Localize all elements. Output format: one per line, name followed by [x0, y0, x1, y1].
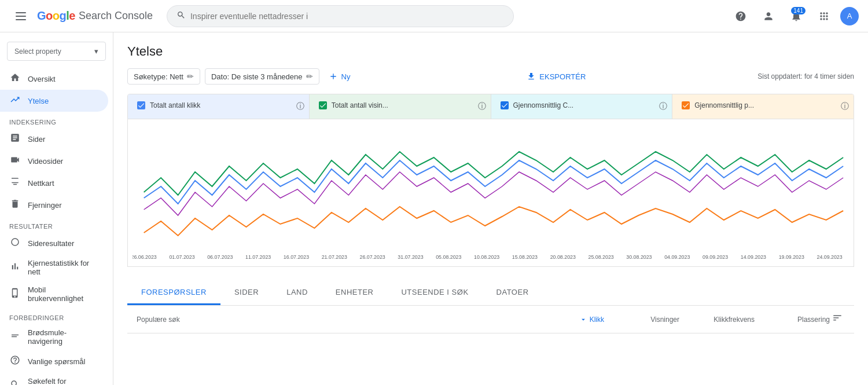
date-filter[interactable]: Dato: De siste 3 månedene ✏ [205, 68, 319, 85]
svg-text:24.09.2023: 24.09.2023 [817, 254, 843, 260]
sitemap-icon [9, 177, 21, 189]
legend-card-position[interactable]: Gjennomsnittlig p... ⓘ [672, 94, 854, 119]
svg-text:16.07.2023: 16.07.2023 [284, 254, 309, 260]
sidebar-label-vanlige: Vanlige spørsmål [28, 357, 85, 366]
tab-land[interactable]: LAND [273, 281, 322, 305]
svg-text:10.08.2023: 10.08.2023 [474, 254, 499, 260]
header-actions: 141 A [729, 5, 859, 28]
svg-text:09.09.2023: 09.09.2023 [703, 254, 728, 260]
avatar[interactable]: A [840, 7, 859, 25]
sidebar-item-nettkart[interactable]: Nettkart [0, 172, 108, 194]
svg-point-3 [12, 239, 19, 245]
sidebar-item-brodsmule[interactable]: Brødsmule-navigering [0, 324, 108, 350]
ctr-legend-label: Gjennomsnittlig C... [513, 101, 574, 109]
breadcrumb-icon [9, 331, 21, 343]
app-name-label: Search Console [79, 10, 153, 22]
svg-text:19.09.2023: 19.09.2023 [779, 254, 804, 260]
main-content: Ytelse Søketype: Nett ✏ Dato: De siste 3… [113, 32, 868, 385]
svg-text:05.08.2023: 05.08.2023 [436, 254, 461, 260]
clicks-info-icon[interactable]: ⓘ [296, 101, 304, 112]
page-title: Ytelse [127, 44, 854, 59]
position-checkbox[interactable] [682, 101, 690, 109]
col-impressions-label: Visninger [650, 316, 679, 324]
clicks-checkbox[interactable] [137, 101, 145, 109]
legend-cards: Totalt antall klikk ⓘ Totalt antall visi… [127, 94, 854, 119]
sidebar-section-indeksering: Indeksering [0, 112, 113, 128]
sidebar-label-videosider: Videosider [28, 157, 63, 166]
sidebar-label-fjerninger: Fjerninger [28, 201, 62, 210]
col-query-header[interactable]: Populære søk [137, 316, 529, 324]
legend-card-ctr[interactable]: Gjennomsnittlig C... ⓘ [491, 94, 673, 119]
tab-sider[interactable]: SIDER [220, 281, 273, 305]
col-clicks-header[interactable]: Klikk [529, 316, 604, 324]
chart-area: 26.06.2023 01.07.2023 06.07.2023 11.07.2… [127, 119, 854, 267]
search-bar [167, 5, 514, 27]
chevron-down-icon: ▾ [94, 47, 98, 56]
sidebar-item-sokefelt[interactable]: Søkefelt for nettstedslink [0, 372, 108, 385]
date-label: Dato: De siste 3 månedene [211, 72, 303, 81]
col-impressions-header[interactable]: Visninger [604, 316, 679, 324]
sidebar-item-sider[interactable]: Sider [0, 128, 108, 150]
tab-enheter[interactable]: ENHETER [322, 281, 388, 305]
data-tabs: FORESPØRSLER SIDER LAND ENHETER UTSEENDE… [127, 281, 854, 306]
ctr-info-icon[interactable]: ⓘ [659, 101, 667, 112]
search-type-filter[interactable]: Søketype: Nett ✏ [127, 68, 200, 85]
tab-utseende[interactable]: UTSEENDE I SØK [387, 281, 482, 305]
notifications-button[interactable]: 141 [785, 5, 808, 28]
svg-text:20.08.2023: 20.08.2023 [550, 254, 576, 260]
col-ctr-label: Klikk­frekvens [713, 316, 755, 324]
table-settings-button[interactable] [830, 310, 845, 328]
bar-chart-icon [9, 261, 21, 274]
pages-icon [9, 133, 21, 145]
sidebar-item-videosider[interactable]: Videosider [0, 150, 108, 172]
menu-button[interactable] [9, 5, 32, 28]
impressions-checkbox[interactable] [319, 101, 327, 109]
legend-card-clicks[interactable]: Totalt antall klikk ⓘ [128, 94, 310, 119]
tab-datoer[interactable]: DATOER [483, 281, 543, 305]
svg-rect-2 [16, 19, 26, 20]
sidebar-item-oversikt[interactable]: Oversikt [0, 68, 108, 90]
mobile-icon [9, 288, 21, 300]
col-query-label: Populære søk [137, 316, 180, 324]
account-button[interactable] [757, 5, 780, 28]
position-info-icon[interactable]: ⓘ [841, 101, 849, 112]
table-header: Populære søk Klikk Visninger Klikk­frekv… [127, 306, 854, 333]
sidebar-item-mobil[interactable]: Mobil brukervennlighet [0, 281, 108, 307]
impressions-info-icon[interactable]: ⓘ [478, 101, 486, 112]
circle-icon [9, 237, 21, 250]
help-button[interactable] [729, 5, 752, 28]
col-position-header[interactable]: Plassering [755, 316, 830, 324]
sidebar-item-kjernestatistikk[interactable]: Kjernestatistikk for nett [0, 254, 108, 281]
col-position-label: Plassering [797, 316, 830, 324]
apps-button[interactable] [812, 5, 836, 28]
search-type-label: Søketype: Nett [134, 72, 183, 81]
col-ctr-header[interactable]: Klikk­frekvens [679, 316, 755, 324]
col-clicks-label: Klikk [590, 316, 604, 324]
sort-desc-icon [579, 316, 587, 324]
sidebar-section-forbedringer: Forbedringer [0, 307, 113, 324]
edit-search-type-icon: ✏ [187, 72, 194, 81]
top-header: Google Search Console 141 [0, 0, 868, 32]
sidebar-item-vanlige[interactable]: Vanlige spørsmål [0, 350, 108, 372]
ctr-checkbox[interactable] [501, 101, 509, 109]
google-logo[interactable]: Google Search Console [37, 9, 153, 23]
legend-card-impressions[interactable]: Totalt antall visin... ⓘ [310, 94, 491, 119]
svg-text:15.08.2023: 15.08.2023 [512, 254, 538, 260]
svg-text:06.07.2023: 06.07.2023 [207, 254, 233, 260]
sidebar-item-fjerninger[interactable]: Fjerninger [0, 194, 108, 216]
sidebar-label-oversikt: Oversikt [28, 75, 56, 83]
add-filter-button[interactable]: Ny [324, 69, 355, 84]
add-filter-label: Ny [341, 72, 351, 81]
sidebar-item-sideresultater[interactable]: Sideresultater [0, 232, 108, 254]
sidebar-label-sideresultater: Sideresultater [28, 239, 74, 248]
search-input[interactable] [190, 12, 504, 21]
searchbox-icon [9, 379, 21, 385]
impressions-legend-label: Totalt antall visin... [332, 101, 388, 109]
home-icon [9, 72, 21, 85]
sidebar-label-sider: Sider [28, 135, 45, 144]
sidebar-section-resultater: Resultater [0, 216, 113, 232]
tab-forsporsler[interactable]: FORESPØRSLER [127, 281, 220, 305]
export-button[interactable]: EKSPORTÉR [522, 69, 590, 84]
sidebar-item-ytelse[interactable]: Ytelse [0, 90, 108, 112]
property-selector[interactable]: Select property ▾ [7, 42, 106, 61]
